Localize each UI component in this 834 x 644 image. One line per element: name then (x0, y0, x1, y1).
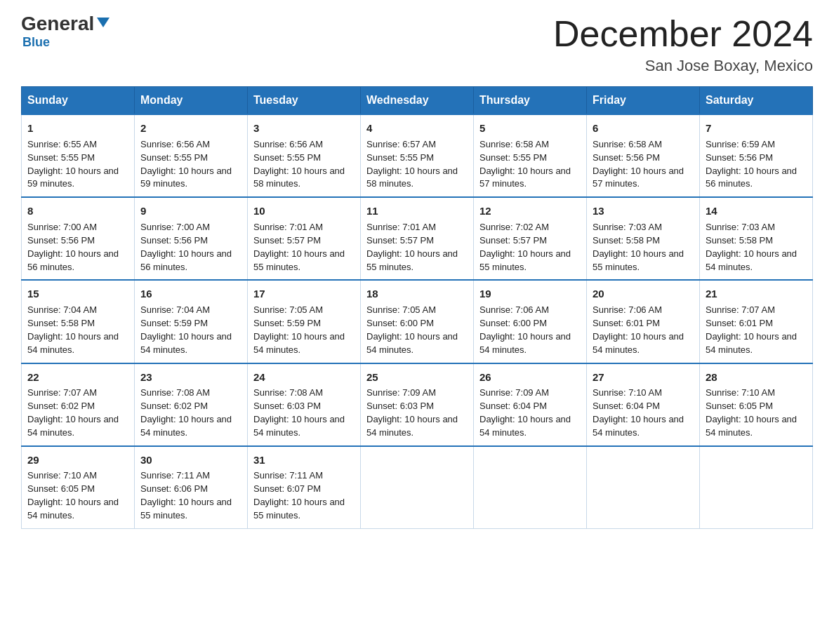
calendar-cell: 11Sunrise: 7:01 AMSunset: 5:57 PMDayligh… (361, 197, 474, 280)
calendar-cell: 26Sunrise: 7:09 AMSunset: 6:04 PMDayligh… (474, 363, 587, 446)
day-of-week-header: Wednesday (361, 87, 474, 115)
day-number: 29 (27, 452, 128, 468)
calendar-cell: 23Sunrise: 7:08 AMSunset: 6:02 PMDayligh… (135, 363, 248, 446)
calendar-body: 1Sunrise: 6:55 AMSunset: 5:55 PMDaylight… (22, 114, 813, 528)
day-number: 15 (27, 286, 128, 302)
calendar-cell: 18Sunrise: 7:05 AMSunset: 6:00 PMDayligh… (361, 280, 474, 363)
calendar-cell: 1Sunrise: 6:55 AMSunset: 5:55 PMDaylight… (22, 114, 135, 197)
day-number: 27 (593, 370, 694, 385)
calendar-cell: 5Sunrise: 6:58 AMSunset: 5:55 PMDaylight… (474, 114, 587, 197)
logo: General Blue (21, 14, 111, 50)
day-number: 16 (140, 286, 241, 302)
calendar-cell: 13Sunrise: 7:03 AMSunset: 5:58 PMDayligh… (587, 197, 700, 280)
day-number: 21 (706, 286, 807, 302)
calendar-cell: 31Sunrise: 7:11 AMSunset: 6:07 PMDayligh… (248, 446, 361, 529)
calendar-cell: 20Sunrise: 7:06 AMSunset: 6:01 PMDayligh… (587, 280, 700, 363)
day-number: 28 (706, 370, 807, 385)
logo-triangle-icon (95, 15, 111, 30)
day-number: 8 (27, 203, 128, 219)
day-number: 1 (27, 121, 128, 136)
day-number: 26 (479, 370, 581, 385)
day-number: 6 (593, 121, 694, 136)
day-of-week-header: Tuesday (248, 87, 361, 115)
day-number: 19 (479, 286, 581, 302)
logo-sub: Blue (22, 35, 50, 50)
svg-marker-0 (97, 18, 110, 27)
day-number: 12 (479, 203, 581, 219)
day-of-week-header: Monday (135, 87, 248, 115)
calendar-cell: 10Sunrise: 7:01 AMSunset: 5:57 PMDayligh… (248, 197, 361, 280)
day-number: 5 (479, 121, 581, 136)
calendar-cell: 24Sunrise: 7:08 AMSunset: 6:03 PMDayligh… (248, 363, 361, 446)
calendar-header-row: SundayMondayTuesdayWednesdayThursdayFrid… (22, 87, 813, 115)
calendar-cell: 25Sunrise: 7:09 AMSunset: 6:03 PMDayligh… (361, 363, 474, 446)
day-number: 31 (253, 452, 355, 468)
calendar-cell: 14Sunrise: 7:03 AMSunset: 5:58 PMDayligh… (700, 197, 813, 280)
day-number: 13 (593, 203, 694, 219)
day-number: 22 (27, 370, 128, 385)
day-of-week-header: Sunday (22, 87, 135, 115)
day-number: 11 (366, 203, 468, 219)
calendar-week-row: 15Sunrise: 7:04 AMSunset: 5:58 PMDayligh… (22, 280, 813, 363)
calendar-cell: 7Sunrise: 6:59 AMSunset: 5:56 PMDaylight… (700, 114, 813, 197)
calendar-cell: 19Sunrise: 7:06 AMSunset: 6:00 PMDayligh… (474, 280, 587, 363)
day-number: 20 (593, 286, 694, 302)
day-number: 7 (706, 121, 807, 136)
day-number: 18 (366, 286, 468, 302)
day-number: 9 (140, 203, 241, 219)
calendar-cell-empty (474, 446, 587, 529)
page-header: General Blue December 2024 San Jose Boxa… (21, 14, 813, 75)
calendar-week-row: 1Sunrise: 6:55 AMSunset: 5:55 PMDaylight… (22, 114, 813, 197)
calendar-title: December 2024 (553, 14, 813, 54)
day-number: 30 (140, 452, 241, 468)
calendar-cell: 9Sunrise: 7:00 AMSunset: 5:56 PMDaylight… (135, 197, 248, 280)
day-of-week-header: Saturday (700, 87, 813, 115)
logo-name: General (21, 14, 94, 34)
calendar-cell: 15Sunrise: 7:04 AMSunset: 5:58 PMDayligh… (22, 280, 135, 363)
day-number: 24 (253, 370, 355, 385)
day-number: 2 (140, 121, 241, 136)
calendar-cell-empty (700, 446, 813, 529)
day-of-week-header: Friday (587, 87, 700, 115)
calendar-cell: 8Sunrise: 7:00 AMSunset: 5:56 PMDaylight… (22, 197, 135, 280)
calendar-table: SundayMondayTuesdayWednesdayThursdayFrid… (21, 86, 813, 529)
calendar-cell: 16Sunrise: 7:04 AMSunset: 5:59 PMDayligh… (135, 280, 248, 363)
calendar-cell: 12Sunrise: 7:02 AMSunset: 5:57 PMDayligh… (474, 197, 587, 280)
day-number: 3 (253, 121, 355, 136)
calendar-cell: 3Sunrise: 6:56 AMSunset: 5:55 PMDaylight… (248, 114, 361, 197)
calendar-cell: 6Sunrise: 6:58 AMSunset: 5:56 PMDaylight… (587, 114, 700, 197)
calendar-cell: 2Sunrise: 6:56 AMSunset: 5:55 PMDaylight… (135, 114, 248, 197)
calendar-cell: 22Sunrise: 7:07 AMSunset: 6:02 PMDayligh… (22, 363, 135, 446)
day-number: 25 (366, 370, 468, 385)
calendar-cell: 28Sunrise: 7:10 AMSunset: 6:05 PMDayligh… (700, 363, 813, 446)
calendar-cell: 21Sunrise: 7:07 AMSunset: 6:01 PMDayligh… (700, 280, 813, 363)
day-number: 4 (366, 121, 468, 136)
day-number: 10 (253, 203, 355, 219)
calendar-cell: 27Sunrise: 7:10 AMSunset: 6:04 PMDayligh… (587, 363, 700, 446)
title-block: December 2024 San Jose Boxay, Mexico (553, 14, 813, 75)
day-number: 23 (140, 370, 241, 385)
calendar-cell-empty (587, 446, 700, 529)
calendar-cell: 30Sunrise: 7:11 AMSunset: 6:06 PMDayligh… (135, 446, 248, 529)
day-number: 17 (253, 286, 355, 302)
day-number: 14 (706, 203, 807, 219)
calendar-week-row: 8Sunrise: 7:00 AMSunset: 5:56 PMDaylight… (22, 197, 813, 280)
calendar-cell: 4Sunrise: 6:57 AMSunset: 5:55 PMDaylight… (361, 114, 474, 197)
calendar-cell: 17Sunrise: 7:05 AMSunset: 5:59 PMDayligh… (248, 280, 361, 363)
calendar-cell-empty (361, 446, 474, 529)
calendar-cell: 29Sunrise: 7:10 AMSunset: 6:05 PMDayligh… (22, 446, 135, 529)
calendar-week-row: 22Sunrise: 7:07 AMSunset: 6:02 PMDayligh… (22, 363, 813, 446)
day-of-week-header: Thursday (474, 87, 587, 115)
calendar-week-row: 29Sunrise: 7:10 AMSunset: 6:05 PMDayligh… (22, 446, 813, 529)
calendar-subtitle: San Jose Boxay, Mexico (553, 57, 813, 75)
